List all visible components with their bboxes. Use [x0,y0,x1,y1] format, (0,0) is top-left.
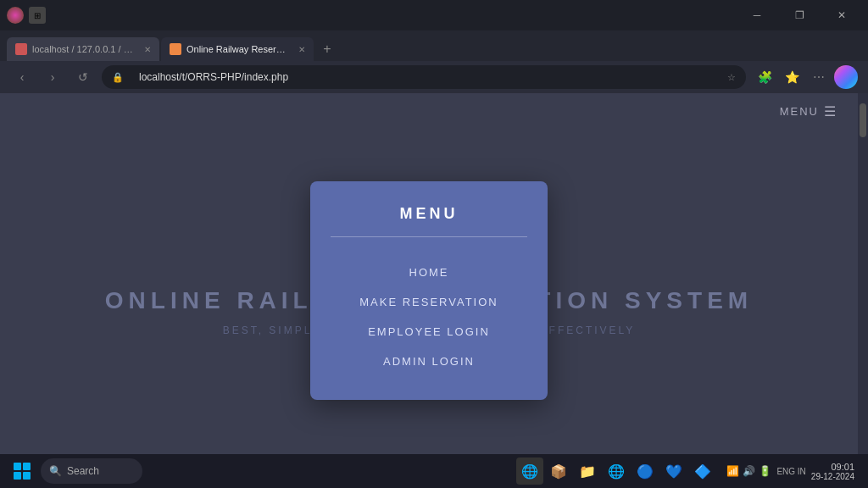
search-icon: 🔍 [49,465,62,477]
taskbar: 🔍 Search 🌐 📦 📁 🌐 🔵 💙 🔷 📶 🔊 🔋 [0,454,868,488]
tab-2[interactable]: Online Railway Reservation Syste... ✕ [161,37,314,61]
system-tray: 📶 🔊 🔋 ENG IN 09:01 29-12-2024 [720,462,861,481]
network-icon: 📶 [726,465,739,477]
clock-date: 29-12-2024 [811,472,854,481]
scrollbar-thumb[interactable] [860,103,866,137]
windows-logo [14,463,31,480]
more-button[interactable]: ⋯ [807,65,831,89]
reload-button[interactable]: ↺ [71,65,95,89]
star-icon[interactable]: ☆ [727,72,736,83]
menu-item-make-reservation[interactable]: MAKE RESERVATION [331,287,527,317]
profile-button[interactable] [834,65,858,89]
title-bar: ⊞ ─ ❐ ✕ [0,0,868,30]
taskbar-app-1[interactable]: 🌐 [516,458,543,485]
vertical-scrollbar[interactable]: ▼ [858,93,868,488]
menu-modal: MENU HOME MAKE RESERVATION EMPLOYEE LOGI… [310,181,548,400]
toolbar-icons: 🧩 ⭐ ⋯ [753,65,858,89]
modal-divider [331,236,527,237]
sys-tray-clock: 09:01 29-12-2024 [811,462,854,481]
tab-2-label: Online Railway Reservation Syste... [186,44,290,54]
url-input[interactable] [129,65,722,89]
address-bar: ‹ › ↺ 🔒 ☆ 🧩 ⭐ ⋯ [0,61,868,93]
taskbar-search[interactable]: 🔍 Search [41,458,142,484]
tab-2-close[interactable]: ✕ [298,45,305,54]
forward-button[interactable]: › [41,65,64,89]
taskbar-app-3[interactable]: 📁 [574,458,601,485]
browser-chrome: ⊞ ─ ❐ ✕ localhost / 127.0.0.1 / orrsphp … [0,0,868,93]
close-button[interactable]: ✕ [822,3,861,27]
tab-1-close[interactable]: ✕ [144,45,151,54]
taskbar-app-2[interactable]: 📦 [545,458,572,485]
taskbar-app-4[interactable]: 🌐 [603,458,630,485]
favorites-button[interactable]: ⭐ [780,65,804,89]
volume-icon: 🔊 [743,465,755,477]
taskbar-app-7[interactable]: 🔷 [689,458,716,485]
menu-item-employee-login[interactable]: EMPLOYEE LOGIN [331,317,527,347]
modal-title: MENU [400,205,459,223]
tab-1-label: localhost / 127.0.0.1 / orrsphp / c... [32,44,136,54]
tab-1-favicon [15,43,27,55]
restore-button[interactable]: ❐ [780,3,819,27]
sys-tray-icons: 📶 🔊 🔋 [726,465,771,477]
tab-2-favicon [170,43,181,55]
back-button[interactable]: ‹ [10,65,34,89]
minimize-button[interactable]: ─ [737,3,776,27]
window-actions: ─ ❐ ✕ [737,3,861,27]
battery-icon: 🔋 [759,465,771,477]
taskbar-app-5[interactable]: 🔵 [632,458,659,485]
new-tab-button[interactable]: + [315,37,339,61]
modal-overlay: MENU HOME MAKE RESERVATION EMPLOYEE LOGI… [0,93,858,488]
tabs-bar: localhost / 127.0.0.1 / orrsphp / c... ✕… [0,30,868,61]
tab-1[interactable]: localhost / 127.0.0.1 / orrsphp / c... ✕ [7,37,159,61]
taskbar-apps: 🌐 📦 📁 🌐 🔵 💙 🔷 [516,458,716,485]
menu-item-admin-login[interactable]: ADMIN LOGIN [331,347,527,376]
page-content: MENU ☰ 🛡 ONLINE RAILWAY RESERVATION SYST… [0,93,868,488]
sys-tray-locale: ENG IN [776,466,805,477]
menu-item-home[interactable]: HOME [331,258,527,287]
lock-icon: 🔒 [112,72,124,83]
browser-avatar[interactable] [7,7,24,24]
title-icon-1[interactable]: ⊞ [29,7,46,24]
start-button[interactable] [7,456,37,486]
search-label: Search [67,465,99,477]
extensions-button[interactable]: 🧩 [753,65,776,89]
clock-time: 09:01 [811,462,854,472]
taskbar-app-6[interactable]: 💙 [660,458,687,485]
